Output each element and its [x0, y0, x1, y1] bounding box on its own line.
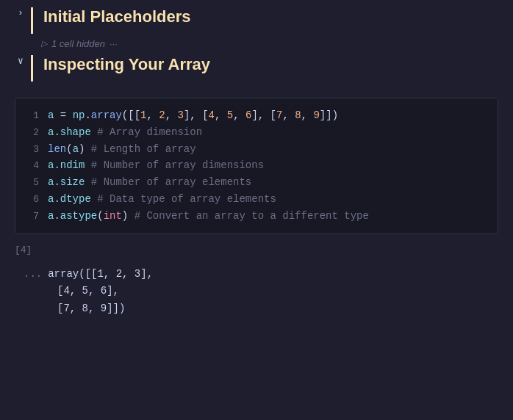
- output-text-2: [4, 5, 6],: [57, 283, 119, 300]
- output-content: ... array([[1, 2, 3], [4, 5, 6], [7, 8, …: [15, 258, 498, 325]
- output-line-1: ... array([[1, 2, 3],: [24, 266, 489, 283]
- code-token: .: [85, 109, 90, 121]
- code-content-7: a.astype(int) # Convert an array to a di…: [48, 208, 492, 224]
- code-token: (: [97, 210, 103, 222]
- play-icon: ▷: [41, 39, 47, 48]
- code-token: # Number of array elements: [85, 176, 251, 188]
- code-token: 2: [159, 109, 165, 121]
- code-token: 8: [295, 109, 301, 121]
- code-line-2: 2 a.shape # Array dimension: [21, 124, 492, 141]
- code-token: =: [54, 109, 72, 121]
- hidden-cells-dots: ···: [110, 38, 118, 49]
- code-line-1: 1 a = np.array([[1, 2, 3], [4, 5, 6], [7…: [21, 107, 492, 124]
- output-line-2: [4, 5, 6],: [24, 283, 489, 300]
- code-cell: 1 a = np.array([[1, 2, 3], [4, 5, 6], [7…: [15, 98, 498, 234]
- code-token: ): [122, 210, 128, 222]
- output-dots: ...: [24, 266, 42, 283]
- code-token: ,: [215, 109, 227, 121]
- section-title-2: Inspecting Your Array: [43, 55, 210, 82]
- code-token: ], [: [251, 109, 276, 121]
- output-label-row: [4]: [0, 242, 513, 258]
- code-token: .ndim: [54, 159, 85, 171]
- code-token: len: [48, 143, 66, 155]
- code-content-3: len(a) # Length of array: [48, 141, 492, 157]
- output-line-3: [7, 8, 9]]): [24, 300, 489, 318]
- code-token: # Data type of array elements: [91, 193, 276, 205]
- output-text-3: [7, 8, 9]]): [57, 300, 125, 318]
- code-token: .size: [54, 176, 85, 188]
- output-text-1: array([[1, 2, 3],: [48, 266, 153, 283]
- code-token: ], [: [184, 109, 209, 121]
- code-token: 5: [227, 109, 233, 121]
- code-line-3: 3 len(a) # Length of array: [21, 141, 492, 158]
- line-number-4: 4: [21, 159, 39, 174]
- code-token: ]]): [320, 109, 338, 121]
- code-content-1: a = np.array([[1, 2, 3], [4, 5, 6], [7, …: [48, 107, 492, 123]
- code-token: 9: [313, 109, 319, 121]
- code-token: array: [91, 109, 122, 121]
- line-number-7: 7: [21, 209, 39, 225]
- line-number-6: 6: [21, 192, 39, 208]
- hidden-cells-indicator[interactable]: ▷ 1 cell hidden ···: [0, 35, 513, 52]
- hidden-cells-text: 1 cell hidden: [51, 38, 105, 49]
- code-token: .shape: [54, 126, 90, 138]
- section-initial-placeholders: › Initial Placeholders ▷ 1 cell hidden ·…: [0, 7, 513, 52]
- code-token: 4: [209, 109, 215, 121]
- section-border-1: [31, 7, 33, 34]
- line-number-5: 5: [21, 175, 39, 191]
- line-number-3: 3: [21, 142, 39, 158]
- code-token: # Number of array dimensions: [85, 159, 264, 171]
- code-token: ([[: [122, 109, 140, 121]
- output-label: [4]: [15, 245, 32, 256]
- code-token: ,: [165, 109, 178, 121]
- section-inspecting-array: ∨ Inspecting Your Array: [0, 55, 513, 82]
- code-token: ,: [282, 109, 295, 121]
- code-content-4: a.ndim # Number of array dimensions: [48, 157, 492, 173]
- section-title-1: Initial Placeholders: [43, 7, 191, 34]
- line-number-1: 1: [21, 109, 39, 124]
- code-line-4: 4 a.ndim # Number of array dimensions: [21, 157, 492, 174]
- code-token: # Convert an array to a different type: [128, 210, 369, 222]
- code-token: np: [73, 109, 85, 121]
- code-token: ,: [301, 109, 314, 121]
- code-token: # Array dimension: [91, 126, 202, 138]
- code-content-6: a.dtype # Data type of array elements: [48, 191, 492, 207]
- code-line-7: 7 a.astype(int) # Convert an array to a …: [21, 208, 492, 225]
- section-border-2: [31, 55, 33, 82]
- code-content-5: a.size # Number of array elements: [48, 174, 492, 190]
- section-header-row-1[interactable]: › Initial Placeholders: [0, 7, 513, 34]
- code-token: ,: [146, 109, 159, 121]
- code-token: 3: [178, 109, 184, 121]
- section-header-row-2[interactable]: ∨ Inspecting Your Array: [0, 55, 513, 82]
- code-line-5: 5 a.size # Number of array elements: [21, 174, 492, 191]
- code-cell-body: 1 a = np.array([[1, 2, 3], [4, 5, 6], [7…: [15, 98, 498, 233]
- line-number-2: 2: [21, 126, 39, 141]
- code-token: (: [66, 143, 72, 155]
- chevron-right-icon[interactable]: ›: [15, 7, 26, 34]
- code-token: # Length of array: [85, 143, 195, 155]
- code-line-6: 6 a.dtype # Data type of array elements: [21, 191, 492, 208]
- code-token: a: [73, 143, 79, 155]
- code-content-2: a.shape # Array dimension: [48, 124, 492, 140]
- code-token: int: [104, 210, 122, 222]
- code-token: ,: [233, 109, 245, 121]
- notebook-container: › Initial Placeholders ▷ 1 cell hidden ·…: [0, 0, 513, 333]
- chevron-down-icon[interactable]: ∨: [15, 55, 26, 82]
- code-token: .astype: [54, 210, 97, 222]
- code-token: .dtype: [54, 193, 90, 205]
- separator: [0, 84, 513, 90]
